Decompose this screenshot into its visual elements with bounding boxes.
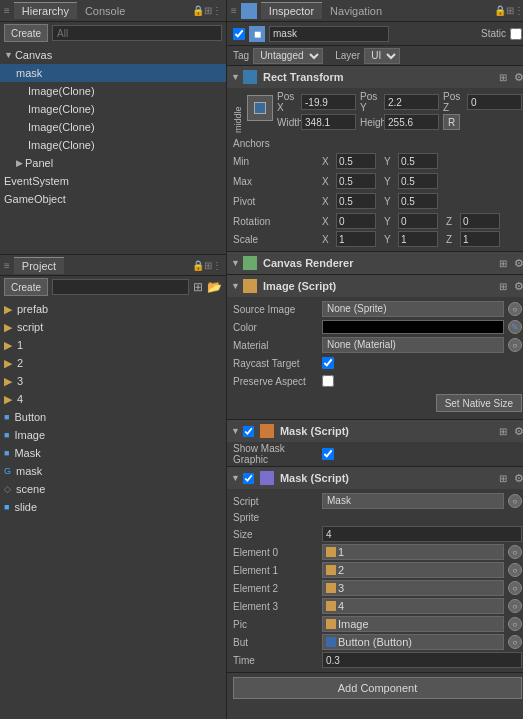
tree-item-panel[interactable]: ▶ Panel [0,154,226,172]
search-input[interactable] [52,25,222,41]
pos-y-field[interactable] [384,94,439,110]
project-item-slide[interactable]: ■ slide [0,498,226,516]
but-picker[interactable]: ○ [508,635,522,649]
project-item-4[interactable]: ▶ 4 [0,390,226,408]
show-mask-checkbox[interactable] [322,448,334,460]
color-swatch[interactable] [322,320,504,334]
anchor-min-y-field[interactable] [398,153,438,169]
color-picker-btn[interactable]: ✎ [508,320,522,334]
anchor-min-x-field[interactable] [336,153,376,169]
mask-script1-header[interactable]: ▼ Mask (Script) ⊞ ⚙ [227,420,523,442]
tab-console[interactable]: Console [77,3,133,19]
pos-z-field[interactable] [467,94,522,110]
material-picker[interactable]: ○ [508,338,522,352]
tree-item-mask[interactable]: mask [0,64,226,82]
lock-icon[interactable]: 🔒 [192,5,204,16]
project-search-input[interactable] [52,279,189,295]
preserve-checkbox[interactable] [322,375,334,387]
rect-transform-header[interactable]: ▼ Rect Transform ⊞ ⚙ [227,66,523,88]
inspector-maximize-icon[interactable]: ⊞ [506,5,514,16]
r-button[interactable]: R [443,114,460,130]
element0-picker[interactable]: ○ [508,545,522,559]
element1-picker[interactable]: ○ [508,563,522,577]
script-picker[interactable]: ○ [508,494,522,508]
mask1-enable-checkbox[interactable] [243,426,254,437]
tab-navigation[interactable]: Navigation [322,3,390,19]
element3-value[interactable]: 4 [322,598,504,614]
native-size-button[interactable]: Set Native Size [436,394,522,412]
object-name-field[interactable] [269,26,389,42]
project-item-button[interactable]: ■ Button [0,408,226,426]
static-checkbox[interactable] [510,28,522,40]
pic-picker[interactable]: ○ [508,617,522,631]
object-active-checkbox[interactable] [233,28,245,40]
but-value[interactable]: Button (Button) [322,634,504,650]
rot-x-field[interactable] [336,213,376,229]
project-maximize-icon[interactable]: ⊞ [204,260,212,271]
tree-item-image1[interactable]: Image(Clone) [0,82,226,100]
raycast-checkbox[interactable] [322,357,334,369]
rot-z-field[interactable] [460,213,500,229]
source-image-value[interactable]: None (Sprite) [322,301,504,317]
rot-y-field[interactable] [398,213,438,229]
project-create-button[interactable]: Create [4,278,48,296]
anchor-max-x-field[interactable] [336,173,376,189]
project-item-3[interactable]: ▶ 3 [0,372,226,390]
source-image-picker[interactable]: ○ [508,302,522,316]
project-item-2[interactable]: ▶ 2 [0,354,226,372]
scale-y-field[interactable] [398,231,438,247]
maximize-icon[interactable]: ⊞ [204,5,212,16]
tree-item-image3[interactable]: Image(Clone) [0,118,226,136]
mask2-gear-icon[interactable]: ⚙ [514,472,523,485]
tree-item-eventsystem[interactable]: EventSystem [0,172,226,190]
tree-item-image2[interactable]: Image(Clone) [0,100,226,118]
img-gear-icon[interactable]: ⚙ [514,280,523,293]
rt-link-icon[interactable]: ⊞ [499,72,507,83]
rt-gear-icon[interactable]: ⚙ [514,71,523,84]
project-item-1[interactable]: ▶ 1 [0,336,226,354]
project-item-mask[interactable]: ■ Mask [0,444,226,462]
project-item-script[interactable]: ▶ script [0,318,226,336]
mask1-gear-icon[interactable]: ⚙ [514,425,523,438]
mask-script2-header[interactable]: ▼ Mask (Script) ⊞ ⚙ [227,467,523,489]
project-item-image[interactable]: ■ Image [0,426,226,444]
element2-value[interactable]: 3 [322,580,504,596]
dots-icon[interactable]: ⋮ [212,5,222,16]
tag-select[interactable]: Untagged [253,48,323,64]
mask1-link-icon[interactable]: ⊞ [499,426,507,437]
element2-picker[interactable]: ○ [508,581,522,595]
size-field[interactable] [322,526,522,542]
script-value[interactable]: Mask [322,493,504,509]
filter-icon[interactable]: ⊞ [193,280,203,294]
tree-item-canvas[interactable]: ▼ Canvas [0,46,226,64]
create-button[interactable]: Create [4,24,48,42]
tab-inspector[interactable]: Inspector [261,2,322,19]
element3-picker[interactable]: ○ [508,599,522,613]
pivot-x-field[interactable] [336,193,376,209]
tree-item-gameobject[interactable]: GameObject [0,190,226,208]
canvas-renderer-header[interactable]: ▼ Canvas Renderer ⊞ ⚙ [227,252,523,274]
inspector-dots-icon[interactable]: ⋮ [514,5,523,16]
mask2-link-icon[interactable]: ⊞ [499,473,507,484]
pivot-y-field[interactable] [398,193,438,209]
mask2-enable-checkbox[interactable] [243,473,254,484]
width-field[interactable] [301,114,356,130]
tree-item-image4[interactable]: Image(Clone) [0,136,226,154]
scale-z-field[interactable] [460,231,500,247]
add-component-button[interactable]: Add Component [233,677,522,699]
project-dots-icon[interactable]: ⋮ [212,260,222,271]
layer-select[interactable]: UI [364,48,400,64]
inspector-lock-icon[interactable]: 🔒 [494,5,506,16]
height-field[interactable] [384,114,439,130]
pos-x-field[interactable] [301,94,356,110]
cr-gear-icon[interactable]: ⚙ [514,257,523,270]
project-item-scene[interactable]: ◇ scene [0,480,226,498]
element0-value[interactable]: 1 [322,544,504,560]
image-script-header[interactable]: ▼ Image (Script) ⊞ ⚙ [227,275,523,297]
time-field[interactable] [322,652,522,668]
tab-project[interactable]: Project [14,257,64,274]
scale-x-field[interactable] [336,231,376,247]
img-link-icon[interactable]: ⊞ [499,281,507,292]
project-lock-icon[interactable]: 🔒 [192,260,204,271]
cr-link-icon[interactable]: ⊞ [499,258,507,269]
